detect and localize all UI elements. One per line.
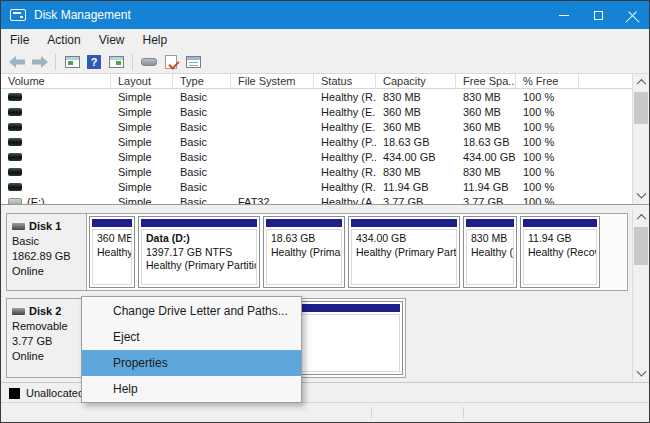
menu-view[interactable]: View — [90, 29, 134, 50]
window-title: Disk Management — [34, 8, 131, 22]
table-row[interactable]: Simple Basic Healthy (R... 11.94 GB 11.9… — [1, 179, 634, 194]
checklist-document-icon — [165, 55, 177, 69]
legend-unallocated-label: Unallocated — [26, 387, 84, 399]
menu-item-change-drive-letter[interactable]: Change Drive Letter and Paths... — [82, 298, 301, 324]
partition[interactable]: 434.00 GBHealthy (Primary Partit — [348, 216, 460, 288]
table-row[interactable]: Simple Basic Healthy (E... 360 MB 360 MB… — [1, 119, 634, 134]
column-header-file-system[interactable]: File System — [231, 74, 314, 88]
maximize-icon — [594, 11, 603, 20]
chevron-up-icon — [636, 78, 646, 88]
table-row[interactable]: Simple Basic Healthy (R... 830 MB 830 MB… — [1, 164, 634, 179]
refresh-disks-button[interactable] — [138, 52, 160, 72]
menu-item-eject[interactable]: Eject — [82, 324, 301, 350]
console-tree-button[interactable] — [61, 52, 83, 72]
forward-arrow-icon — [31, 56, 48, 68]
column-header-pct-free[interactable]: % Free — [516, 74, 579, 88]
toolbar-separator — [132, 54, 133, 70]
toolbar-separator — [55, 54, 56, 70]
app-disk-icon — [10, 9, 26, 21]
disk1-row: Disk 1 Basic 1862.89 GB Online 360 MBHea… — [6, 213, 628, 291]
volume-icon — [8, 108, 22, 116]
help-button[interactable]: ? — [83, 52, 105, 72]
disk-graph-scrollbar[interactable] — [632, 209, 649, 382]
minimize-button[interactable] — [547, 1, 581, 29]
chevron-down-icon — [636, 188, 646, 198]
table-row[interactable]: (E:) Simple Basic FAT32 Healthy (A... 3.… — [1, 194, 634, 204]
column-header-volume[interactable]: Volume — [1, 74, 111, 88]
disk1-partitions: 360 MBHealthy ( Data (D:)1397.17 GB NTFS… — [87, 214, 627, 290]
help-icon: ? — [87, 55, 101, 69]
partition-color-band — [266, 219, 342, 227]
volume-icon — [8, 183, 22, 191]
menu-item-help[interactable]: Help — [82, 376, 301, 402]
statusbar-divider — [463, 407, 464, 419]
disk-management-window: Disk Management File Action View Help ? — [0, 0, 650, 423]
back-arrow-icon — [9, 56, 26, 68]
table-row[interactable]: Simple Basic Healthy (R... 830 MB 830 MB… — [1, 89, 634, 104]
volume-icon — [8, 138, 22, 146]
scrollbar-thumb[interactable] — [634, 92, 648, 124]
disk2-size: 3.77 GB — [12, 334, 82, 349]
disk2-name: Disk 2 — [29, 304, 61, 319]
partition[interactable]: 11.94 GBHealthy (Recove — [520, 216, 600, 288]
disk-icon — [12, 223, 25, 230]
disk1-size: 1862.89 GB — [12, 249, 82, 264]
column-header-free-space[interactable]: Free Spa... — [456, 74, 516, 88]
column-header-status[interactable]: Status — [314, 74, 376, 88]
partition-color-band — [92, 219, 132, 227]
menu-action[interactable]: Action — [38, 29, 89, 50]
partition[interactable]: Data (D:)1397.17 GB NTFSHealthy (Primary… — [138, 216, 260, 288]
scroll-up-button[interactable] — [633, 209, 649, 225]
partition[interactable]: 18.63 GBHealthy (Primary — [263, 216, 345, 288]
minimize-icon — [559, 15, 569, 16]
volume-list-pane: Volume Layout Type File System Status Ca… — [1, 74, 634, 204]
partition-color-band — [141, 219, 257, 227]
window-controls — [547, 1, 649, 29]
column-header-type[interactable]: Type — [173, 74, 231, 88]
menu-help[interactable]: Help — [134, 29, 177, 50]
disk2-status: Online — [12, 349, 82, 364]
show-action-pane-button[interactable] — [105, 52, 127, 72]
disk1-info-box[interactable]: Disk 1 Basic 1862.89 GB Online — [7, 214, 87, 290]
disk-icon — [12, 308, 25, 315]
volume-table-header: Volume Layout Type File System Status Ca… — [1, 74, 634, 89]
chevron-down-icon — [636, 366, 646, 376]
partition[interactable]: 830 MBHealthy (R — [463, 216, 517, 288]
volume-icon — [8, 168, 22, 176]
disk2-info-box[interactable]: Disk 2 Removable 3.77 GB Online — [7, 299, 87, 377]
menubar: File Action View Help — [1, 29, 649, 50]
table-row[interactable]: Simple Basic Healthy (P... 434.00 GB 434… — [1, 149, 634, 164]
menu-item-properties[interactable]: Properties — [82, 350, 301, 376]
context-menu: Change Drive Letter and Paths... Eject P… — [81, 296, 302, 403]
scrollbar-thumb[interactable] — [634, 227, 648, 265]
volume-icon — [8, 93, 22, 101]
close-icon — [627, 10, 638, 21]
maximize-button[interactable] — [581, 1, 615, 29]
back-button[interactable] — [6, 52, 28, 72]
scroll-down-button[interactable] — [633, 188, 649, 204]
view-options-button[interactable] — [182, 52, 204, 72]
scroll-down-button[interactable] — [633, 366, 649, 382]
partition-color-band — [466, 219, 514, 227]
disk1-kind: Basic — [12, 234, 82, 249]
statusbar-divider — [371, 407, 372, 419]
close-button[interactable] — [615, 1, 649, 29]
table-row[interactable]: Simple Basic Healthy (P... 18.63 GB 18.6… — [1, 134, 634, 149]
partition[interactable]: 360 MBHealthy ( — [89, 216, 135, 288]
disk1-name: Disk 1 — [29, 219, 61, 234]
column-header-layout[interactable]: Layout — [111, 74, 173, 88]
disk2-kind: Removable — [12, 319, 82, 334]
volume-icon — [8, 123, 22, 131]
scroll-up-button[interactable] — [633, 74, 649, 90]
volume-icon — [8, 153, 22, 161]
menu-file[interactable]: File — [1, 29, 38, 50]
partition-color-band — [351, 219, 457, 227]
column-header-capacity[interactable]: Capacity — [376, 74, 456, 88]
table-row[interactable]: Simple Basic Healthy (E... 360 MB 360 MB… — [1, 104, 634, 119]
unallocated-color-swatch — [9, 388, 20, 399]
rescan-button[interactable] — [160, 52, 182, 72]
volume-list-scrollbar[interactable] — [632, 74, 649, 204]
disk-drive-icon — [141, 58, 157, 66]
forward-button[interactable] — [28, 52, 50, 72]
properties-window-icon — [186, 56, 201, 68]
